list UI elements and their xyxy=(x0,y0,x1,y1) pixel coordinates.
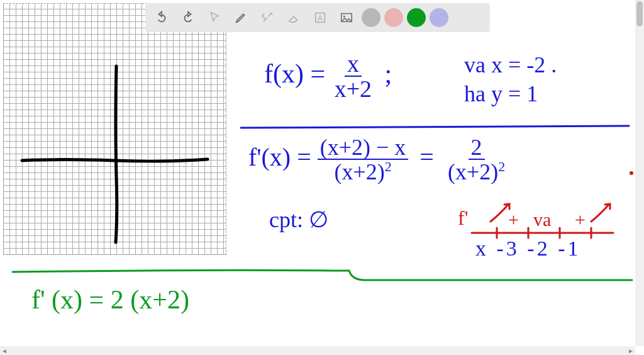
x-values-row: x -3 -2 -1 xyxy=(475,237,580,261)
color-gray[interactable] xyxy=(362,8,380,27)
scroll-left-icon[interactable]: ◄ xyxy=(0,346,9,355)
undo-button[interactable] xyxy=(150,6,173,29)
cpt-label: cpt: ∅ xyxy=(269,206,328,233)
redo-icon xyxy=(181,11,195,25)
equation-f: f(x) = x x+2 ; xyxy=(264,52,392,101)
va-note: va x = -2 . xyxy=(464,52,557,78)
fx-sep: ; xyxy=(385,59,392,88)
cursor-icon xyxy=(208,11,221,25)
equation-green: f' (x) = 2 (x+2) xyxy=(31,285,189,315)
ha-note: ha y = 1 xyxy=(464,81,538,107)
fpx-den: (x+2)2 xyxy=(331,160,394,183)
sign-plus2: + xyxy=(575,209,586,230)
fpx-num2: 2 xyxy=(469,136,485,160)
equation-fprime: f'(x) = (x+2) − x (x+2)2 = 2 (x+2)2 xyxy=(248,136,508,183)
image-icon xyxy=(340,11,353,25)
vertical-scrollbar[interactable] xyxy=(635,0,644,346)
select-button[interactable] xyxy=(203,6,226,29)
fpx-eq: = xyxy=(419,143,434,171)
vertical-scrollbar-thumb[interactable] xyxy=(636,1,643,26)
color-pink[interactable] xyxy=(384,8,403,27)
tools-button[interactable] xyxy=(256,6,279,29)
fx-num: x xyxy=(345,52,362,77)
fpx-den2: (x+2)2 xyxy=(445,160,508,183)
eraser-button[interactable] xyxy=(282,6,305,29)
drawing-toolbar: A xyxy=(145,3,490,32)
undo-icon xyxy=(155,11,169,25)
sign-va: va xyxy=(533,209,551,230)
fx-den: x+2 xyxy=(332,77,374,101)
eraser-icon xyxy=(287,11,301,25)
fx-lhs: f(x) = xyxy=(264,59,325,88)
fprime-sign-label: f' xyxy=(458,206,468,230)
pencil-icon xyxy=(234,11,248,25)
color-lavender[interactable] xyxy=(430,8,448,27)
image-button[interactable] xyxy=(335,6,358,29)
text-icon: A xyxy=(313,11,327,25)
text-button[interactable]: A xyxy=(309,6,331,29)
tools-icon xyxy=(260,11,274,25)
redo-button[interactable] xyxy=(177,6,199,29)
sign-plus1: + xyxy=(508,209,519,230)
graph-grid xyxy=(3,3,226,255)
color-green[interactable] xyxy=(407,8,426,27)
scroll-right-icon[interactable]: ► xyxy=(626,346,635,355)
horizontal-scrollbar[interactable]: ◄ ► xyxy=(0,346,635,355)
svg-text:A: A xyxy=(318,14,323,23)
fpx-lhs: f'(x) = xyxy=(248,143,311,171)
svg-point-4 xyxy=(343,16,345,18)
pencil-button[interactable] xyxy=(230,6,252,29)
fpx-num: (x+2) − x xyxy=(318,136,409,160)
svg-point-0 xyxy=(630,171,633,175)
